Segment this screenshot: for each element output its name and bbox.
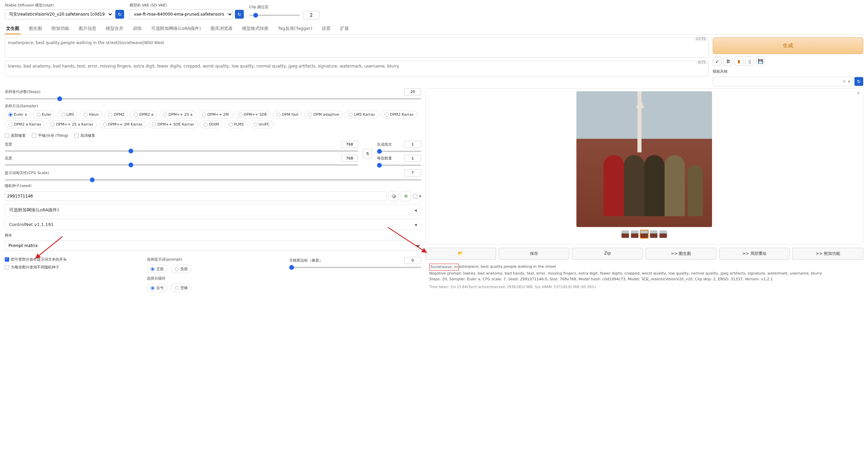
tab-0[interactable]: 文生图 [5,23,21,34]
sampler-heun[interactable]: Heun [80,111,102,118]
pm-diff-seed-checkbox[interactable]: 为每张图片使用不同随机种子 [5,265,137,270]
output-panel: ✕ [425,88,863,244]
sampler-dpm---2m[interactable]: DPM++ 2M [198,111,233,118]
sampler-dpm---2s-a[interactable]: DPM++ 2S a [159,111,196,118]
zip-button[interactable]: Zip [572,248,643,260]
sampler-dpm---2s-a-karras[interactable]: DPM++ 2S a Karras [47,120,97,128]
controlnet-accordion[interactable]: ControlNet v1.1.191◂ [5,219,421,230]
tab-5[interactable]: 训练 [132,23,143,34]
steps-slider[interactable] [5,98,421,99]
tiling-checkbox[interactable]: 平铺/分块 (Tiling) [32,133,68,138]
model-select[interactable]: 写实\realisticVisionV20_v20.safetensors [c… [5,9,113,19]
tab-7[interactable]: 图库浏览器 [209,23,234,34]
batch-count-slider[interactable] [377,151,421,152]
negative-prompt[interactable]: lowres, bad anatomy, bad hands, text, er… [5,61,709,76]
vae-select[interactable]: vae-ft-mse-840000-ema-pruned.safetensors [130,9,233,19]
height-slider[interactable] [5,164,358,166]
cfg-value[interactable] [404,169,421,176]
to-inpaint-button[interactable]: >> 局部重绘 [719,248,790,260]
thumbnail-1[interactable] [631,230,638,238]
pm-space-radio[interactable]: 空格 [171,284,192,292]
sampler-dpm2-karras[interactable]: DPM2 Karras [381,111,417,118]
tab-6[interactable]: 可选附加网络(LoRA插件) [150,23,202,34]
vae-label: 模型的 VAE (SD VAE) [130,3,244,8]
recycle-icon[interactable]: ♻ [401,191,411,201]
sampler-euler[interactable]: Euler [33,111,55,118]
steps-value[interactable] [404,88,421,95]
sampler-lms[interactable]: LMS [57,111,78,118]
chevron-left-icon: ◂ [414,208,417,213]
batch-size-value[interactable] [404,155,421,162]
card2-icon[interactable]: ▯ [745,57,754,65]
open-folder-button[interactable]: 📂 [425,248,496,260]
pm-negative-radio[interactable]: 负面 [171,265,192,273]
sampler-dpm-fast[interactable]: DPM fast [273,111,302,118]
extra-seed-checkbox[interactable]: ▾ [413,194,421,199]
tab-4[interactable]: 模型合并 [104,23,125,34]
width-value[interactable] [341,141,358,148]
tab-3[interactable]: 图片信息 [77,23,98,34]
sampler-plms[interactable]: PLMS [225,120,248,128]
card1-icon[interactable]: ▮ [734,57,743,65]
thumbnail-3[interactable] [650,230,657,238]
tab-2[interactable]: 附加功能 [50,23,71,34]
tab-11[interactable]: 扩展 [339,23,350,34]
sampler-dpm---2m-karras[interactable]: DPM++ 2M Karras [99,120,146,128]
sampler-unipc[interactable]: UniPC [250,120,273,128]
tab-9[interactable]: Tag反推(Tagger) [277,23,314,34]
thumbnail-0[interactable] [622,230,629,238]
pm-comma-radio[interactable]: 逗号 [147,284,167,292]
thumbnail-2[interactable] [640,230,648,238]
hires-checkbox[interactable]: 高清修复 [74,133,95,138]
sampler-dpm2[interactable]: DPM2 [104,111,128,118]
positive-prompt[interactable]: masterpiece, best quality,people walking… [5,37,709,58]
sampler-dpm2-a-karras[interactable]: DPM2 a Karras [5,120,45,128]
style-select[interactable]: ×▾ [713,77,852,86]
to-extras-button[interactable]: >> 附加功能 [792,248,863,260]
sampler-euler-a[interactable]: Euler a [5,111,31,118]
sampler-dpm---sde-karras[interactable]: DPM++ SDE Karras [148,120,198,128]
trash-icon[interactable]: 🗑 [724,57,732,65]
refresh-style-icon[interactable]: ↻ [854,77,863,86]
style-label: 模板风格 [713,69,863,74]
model-label: Stable Diffusion 模型(ckpt) [5,3,124,8]
tab-1[interactable]: 图生图 [27,23,43,34]
sampler-dpm---sde[interactable]: DPM++ SDE [235,111,271,118]
seed-label: 随机种子(seed) [5,183,421,188]
face-restore-checkbox[interactable]: 面部修复 [5,133,26,138]
pm-margin-slider[interactable] [289,267,421,268]
output-image[interactable] [576,91,712,227]
batch-count-value[interactable] [404,141,421,148]
thumbnail-4[interactable] [659,230,667,238]
pm-select-delim-label: 选择分隔符 [147,276,279,281]
sampler-dpm2-a[interactable]: DPM2 a [130,111,157,118]
seed-input[interactable] [5,191,387,201]
sampler-lms-karras[interactable]: LMS Karras [345,111,378,118]
tab-8[interactable]: 模型格式转换 [241,23,270,34]
clip-skip-value[interactable] [303,11,320,19]
swap-dims-button[interactable]: ⇅ [363,149,372,158]
batch-size-slider[interactable] [377,165,421,166]
save-button[interactable]: 保存 [499,248,570,260]
sampler-dpm-adaptive[interactable]: DPM adaptive [304,111,343,118]
pm-margin-value[interactable] [404,257,421,264]
to-img2img-button[interactable]: >> 图生图 [646,248,716,260]
arrow-icon[interactable]: ↙ [713,57,722,65]
cfg-slider[interactable] [5,179,421,181]
width-slider[interactable] [5,150,358,152]
pm-positive-radio[interactable]: 正面 [147,265,167,273]
generate-button[interactable]: 生成 [713,37,863,54]
refresh-vae-icon[interactable]: ↻ [235,10,244,19]
dice-icon[interactable]: 🎲 [389,191,399,201]
clip-skip-slider[interactable] [249,15,300,16]
lora-accordion[interactable]: 可选附加网络(LoRA插件)◂ [5,204,421,216]
save-style-icon[interactable]: 💾 [756,57,765,65]
width-label: 宽度 [5,142,12,147]
sampler-ddim[interactable]: DDIM [200,120,223,128]
tab-10[interactable]: 设置 [320,23,332,34]
refresh-model-icon[interactable]: ↻ [115,10,124,19]
close-icon[interactable]: ✕ [856,91,860,96]
script-select[interactable]: Prompt matrix [5,241,421,251]
pm-var-start-checkbox[interactable]: 把可变部分放在提示词文本的开头 [5,257,137,262]
height-value[interactable] [341,155,358,162]
